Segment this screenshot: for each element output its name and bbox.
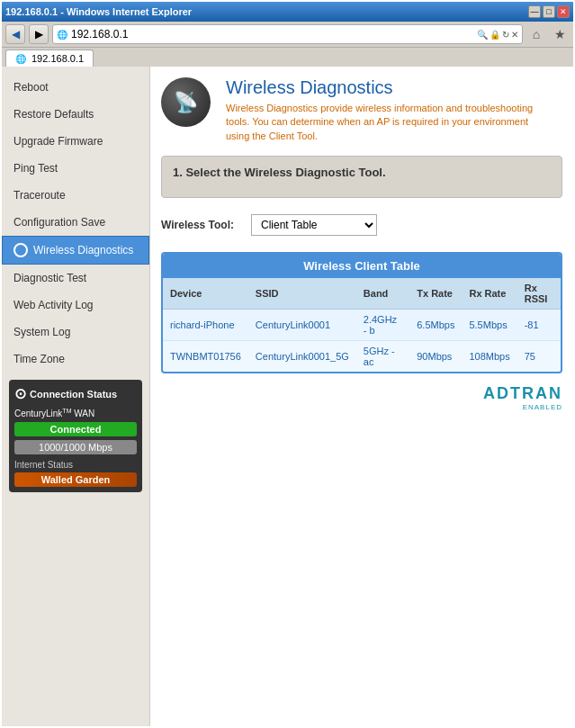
- cell-band: 2.4GHz - b: [356, 310, 409, 341]
- home-button[interactable]: ⌂: [526, 24, 546, 44]
- connection-status-box: ⊙ Connection Status CenturyLinkTM WAN Co…: [9, 380, 142, 492]
- sidebar-item-upgrade-firmware[interactable]: Upgrade Firmware: [2, 128, 149, 155]
- connection-status-title: ⊙ Connection Status: [14, 385, 137, 402]
- client-table-title: Wireless Client Table: [163, 254, 561, 278]
- window: 192.168.0.1 - Windows Internet Explorer …: [0, 0, 575, 728]
- speed-status: 1000/1000 Mbps: [14, 440, 137, 454]
- table-row: richard-iPhoneCenturyLink00012.4GHz - b6…: [163, 310, 561, 341]
- search-icon[interactable]: 🔍: [477, 30, 488, 40]
- sidebar-item-diagnostic-test[interactable]: Diagnostic Test: [2, 265, 149, 292]
- maximize-button[interactable]: □: [543, 5, 555, 18]
- page-icon: 📡: [161, 77, 215, 131]
- address-input[interactable]: [71, 28, 473, 40]
- walled-garden-status: Walled Garden: [14, 472, 137, 487]
- cell-rx-rssi: 75: [517, 341, 561, 373]
- forward-button[interactable]: ▶: [29, 24, 49, 44]
- page-title-block: Wireless Diagnostics Wireless Diagnostic…: [226, 77, 541, 143]
- browser-tab[interactable]: 🌐 192.168.0.1: [5, 49, 94, 67]
- sidebar-item-wireless-diagnostics[interactable]: Wireless Diagnostics: [2, 236, 149, 265]
- minimize-button[interactable]: —: [528, 5, 541, 18]
- wireless-tool-select[interactable]: Client Table Site Survey Spectrum Analyz…: [251, 214, 377, 236]
- browser-icons: ⌂ ★: [526, 24, 570, 44]
- col-rx-rssi: Rx RSSI: [517, 278, 561, 310]
- tool-row: Wireless Tool: Client Table Site Survey …: [161, 209, 562, 241]
- content-area: Reboot Restore Defaults Upgrade Firmware…: [2, 67, 573, 726]
- cell-tx-rate: 90Mbps: [409, 341, 462, 373]
- address-actions: 🔍 🔒 ↻ ✕: [477, 30, 518, 40]
- cell-ssid: CenturyLink0001_5G: [248, 341, 356, 373]
- icon-circle: 📡: [161, 77, 211, 127]
- col-ssid: SSID: [248, 278, 356, 310]
- table-header-row: Device SSID Band Tx Rate Rx Rate Rx RSSI: [163, 278, 561, 310]
- col-band: Band: [356, 278, 409, 310]
- adtran-enabled: ENABLED: [161, 403, 562, 411]
- window-title: 192.168.0.1 - Windows Internet Explorer: [5, 6, 192, 17]
- cell-rx-rate: 5.5Mbps: [462, 310, 517, 341]
- sidebar-item-web-activity-log[interactable]: Web Activity Log: [2, 292, 149, 319]
- cell-rx-rssi: -81: [517, 310, 561, 341]
- wireless-icon: 📡: [174, 91, 198, 114]
- client-table-container: Wireless Client Table Device SSID Band T…: [161, 252, 562, 373]
- tab-label: 192.168.0.1: [31, 53, 84, 64]
- refresh-icon[interactable]: ↻: [502, 30, 509, 40]
- main-panel: 📡 Wireless Diagnostics Wireless Diagnost…: [150, 67, 573, 726]
- internet-status-label: Internet Status: [14, 460, 137, 470]
- col-rx-rate: Rx Rate: [462, 278, 517, 310]
- adtran-logo: ADTRAN ENABLED: [161, 384, 562, 411]
- col-tx-rate: Tx Rate: [409, 278, 462, 310]
- tab-favicon: 🌐: [15, 54, 26, 64]
- sidebar-item-restore-defaults[interactable]: Restore Defaults: [2, 101, 149, 128]
- close-button[interactable]: ✕: [557, 5, 570, 18]
- cell-device: richard-iPhone: [163, 310, 248, 341]
- sidebar-item-system-log[interactable]: System Log: [2, 319, 149, 346]
- wan-label: CenturyLinkTM WAN: [14, 408, 137, 418]
- address-favicon: 🌐: [57, 30, 67, 40]
- stop-icon[interactable]: ✕: [511, 30, 518, 40]
- page-subtitle: Wireless Diagnostics provide wireless in…: [226, 102, 541, 143]
- cell-band: 5GHz - ac: [356, 341, 409, 373]
- sidebar-item-wireless-diagnostics-label: Wireless Diagnostics: [33, 244, 133, 256]
- cell-rx-rate: 108Mbps: [462, 341, 517, 373]
- col-device: Device: [163, 278, 248, 310]
- sidebar-item-reboot[interactable]: Reboot: [2, 74, 149, 101]
- client-table: Device SSID Band Tx Rate Rx Rate Rx RSSI…: [163, 278, 561, 372]
- sidebar-item-time-zone[interactable]: Time Zone: [2, 346, 149, 373]
- title-bar: 192.168.0.1 - Windows Internet Explorer …: [2, 2, 573, 22]
- cell-ssid: CenturyLink0001: [248, 310, 356, 341]
- address-bar-container: 🌐 🔍 🔒 ↻ ✕: [52, 24, 523, 44]
- page-title: Wireless Diagnostics: [226, 77, 541, 98]
- page-header: 📡 Wireless Diagnostics Wireless Diagnost…: [161, 77, 562, 143]
- gauge-icon: ⊙: [14, 385, 26, 402]
- connected-status: Connected: [14, 422, 137, 436]
- sidebar: Reboot Restore Defaults Upgrade Firmware…: [2, 67, 150, 726]
- cell-tx-rate: 6.5Mbps: [409, 310, 462, 341]
- back-button[interactable]: ◀: [5, 24, 25, 44]
- favorites-button[interactable]: ★: [550, 24, 570, 44]
- lock-icon: 🔒: [490, 30, 500, 40]
- sidebar-item-configuration-save[interactable]: Configuration Save: [2, 209, 149, 236]
- active-indicator-icon: [13, 243, 28, 257]
- browser-toolbar: ◀ ▶ 🌐 🔍 🔒 ↻ ✕ ⌂ ★: [2, 22, 573, 48]
- wireless-tool-label: Wireless Tool:: [161, 219, 242, 231]
- title-bar-buttons: — □ ✕: [528, 5, 570, 18]
- tab-bar: 🌐 192.168.0.1: [2, 48, 573, 67]
- cell-device: TWNBMT01756: [163, 341, 248, 373]
- sidebar-item-traceroute[interactable]: Traceroute: [2, 182, 149, 209]
- section-heading: 1. Select the Wireless Diagnostic Tool.: [173, 166, 386, 179]
- table-row: TWNBMT01756CenturyLink0001_5G5GHz - ac90…: [163, 341, 561, 373]
- sidebar-item-ping-test[interactable]: Ping Test: [2, 155, 149, 182]
- tool-selector: 1. Select the Wireless Diagnostic Tool.: [161, 156, 562, 198]
- adtran-text: ADTRAN: [161, 384, 562, 403]
